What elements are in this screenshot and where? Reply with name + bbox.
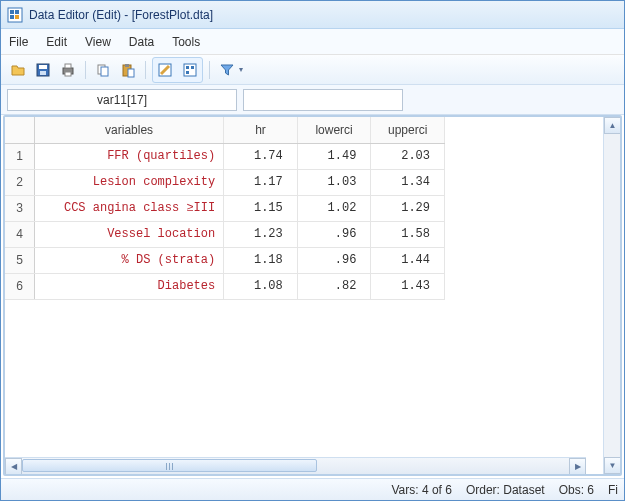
row-number[interactable]: 6 [5,273,34,299]
menu-tools[interactable]: Tools [172,35,200,49]
vertical-scrollbar[interactable]: ▲ ▼ [603,117,620,474]
svg-rect-2 [15,10,19,14]
table-row[interactable]: 2Lesion complexity1.171.031.34 [5,169,445,195]
print-icon[interactable] [57,59,79,81]
cell-hr[interactable]: 1.15 [224,195,298,221]
svg-rect-6 [39,65,47,69]
filter-dropdown-arrow[interactable]: ▾ [239,65,243,74]
copy-icon[interactable] [92,59,114,81]
svg-rect-19 [186,71,189,74]
cell-variables[interactable]: FFR (quartiles) [34,143,223,169]
statusbar: Vars: 4 of 6 Order: Dataset Obs: 6 Fi [1,478,624,500]
table-row[interactable]: 4Vessel location1.23.961.58 [5,221,445,247]
cell-hr[interactable]: 1.18 [224,247,298,273]
scroll-track[interactable] [22,458,569,475]
column-header-lowerci[interactable]: lowerci [297,117,371,143]
table-row[interactable]: 6Diabetes1.08.821.43 [5,273,445,299]
table-row[interactable]: 3CCS angina class ≥III1.151.021.29 [5,195,445,221]
menu-data[interactable]: Data [129,35,154,49]
edit-mode-icon[interactable] [154,59,176,81]
menu-edit[interactable]: Edit [46,35,67,49]
svg-rect-1 [10,10,14,14]
cell-variables[interactable]: Diabetes [34,273,223,299]
svg-rect-15 [128,69,134,77]
scroll-thumb[interactable] [22,459,317,472]
cell-variables[interactable]: CCS angina class ≥III [34,195,223,221]
row-number[interactable]: 3 [5,195,34,221]
open-icon[interactable] [7,59,29,81]
cell-reference-box[interactable]: var11[17] [7,89,237,111]
filter-icon[interactable] [216,59,238,81]
svg-rect-20 [191,66,194,69]
svg-rect-3 [10,15,14,19]
cell-value-box[interactable] [243,89,403,111]
cell-upperci[interactable]: 2.03 [371,143,445,169]
scroll-right-button[interactable]: ▶ [569,458,586,475]
save-icon[interactable] [32,59,54,81]
svg-rect-17 [184,64,196,76]
table-row[interactable]: 5% DS (strata)1.18.961.44 [5,247,445,273]
cell-upperci[interactable]: 1.58 [371,221,445,247]
cell-lowerci[interactable]: .82 [297,273,371,299]
row-number[interactable]: 1 [5,143,34,169]
column-header-upperci[interactable]: upperci [371,117,445,143]
cell-hr[interactable]: 1.08 [224,273,298,299]
svg-rect-18 [186,66,189,69]
row-number[interactable]: 4 [5,221,34,247]
cell-lowerci[interactable]: 1.03 [297,169,371,195]
mode-toggle-group [152,57,203,83]
scroll-up-button[interactable]: ▲ [604,117,621,134]
menu-view[interactable]: View [85,35,111,49]
browse-mode-icon[interactable] [179,59,201,81]
cell-lowerci[interactable]: 1.49 [297,143,371,169]
scroll-down-button[interactable]: ▼ [604,457,621,474]
app-window: Data Editor (Edit) - [ForestPlot.dta] Fi… [0,0,625,501]
menu-file[interactable]: File [9,35,28,49]
cell-lowerci[interactable]: .96 [297,221,371,247]
cell-hr[interactable]: 1.23 [224,221,298,247]
status-order: Order: Dataset [466,483,545,497]
cell-variables[interactable]: Lesion complexity [34,169,223,195]
cell-lowerci[interactable]: .96 [297,247,371,273]
cell-variables[interactable]: Vessel location [34,221,223,247]
status-vars: Vars: 4 of 6 [391,483,451,497]
cell-variables[interactable]: % DS (strata) [34,247,223,273]
data-grid-panel: variableshrlowerciupperci 1FFR (quartile… [3,115,622,476]
scroll-left-button[interactable]: ◀ [5,458,22,475]
cell-upperci[interactable]: 1.29 [371,195,445,221]
row-number[interactable]: 5 [5,247,34,273]
menubar: FileEditViewDataTools [1,29,624,55]
svg-rect-9 [65,64,71,68]
window-title: Data Editor (Edit) - [ForestPlot.dta] [29,8,213,22]
column-header-hr[interactable]: hr [224,117,298,143]
toolbar-separator [85,61,86,79]
toolbar-separator [145,61,146,79]
cell-hr[interactable]: 1.74 [224,143,298,169]
cell-hr[interactable]: 1.17 [224,169,298,195]
svg-rect-7 [40,71,46,75]
row-number[interactable]: 2 [5,169,34,195]
data-table[interactable]: variableshrlowerciupperci 1FFR (quartile… [5,117,445,300]
table-row[interactable]: 1FFR (quartiles)1.741.492.03 [5,143,445,169]
status-obs: Obs: 6 [559,483,594,497]
horizontal-scrollbar[interactable]: ◀ ▶ [5,457,586,474]
address-bar: var11[17] [1,85,624,115]
cell-upperci[interactable]: 1.34 [371,169,445,195]
column-header-variables[interactable]: variables [34,117,223,143]
app-icon [7,7,23,23]
toolbar-separator [209,61,210,79]
corner-cell[interactable] [5,117,34,143]
svg-rect-4 [15,15,19,19]
svg-rect-12 [101,67,108,76]
toolbar: ▾ [1,55,624,85]
data-grid[interactable]: variableshrlowerciupperci 1FFR (quartile… [5,117,603,474]
cell-lowerci[interactable]: 1.02 [297,195,371,221]
paste-icon[interactable] [117,59,139,81]
status-filter: Fi [608,483,618,497]
cell-upperci[interactable]: 1.44 [371,247,445,273]
titlebar: Data Editor (Edit) - [ForestPlot.dta] [1,1,624,29]
svg-rect-10 [65,72,71,76]
cell-upperci[interactable]: 1.43 [371,273,445,299]
svg-rect-14 [125,64,129,67]
